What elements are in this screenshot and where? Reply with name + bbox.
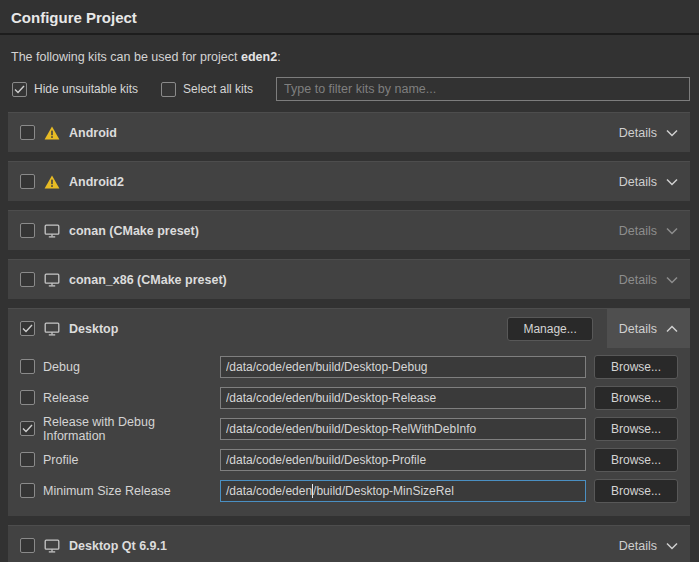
- details-button-desktop[interactable]: Details: [607, 309, 690, 348]
- desktop-icon: [44, 224, 60, 238]
- chevron-down-icon: [666, 542, 678, 550]
- kit-row-conan: conan (CMake preset) Details: [8, 210, 690, 250]
- build-dir-input-relwithdebinfo[interactable]: [220, 418, 586, 440]
- checkbox-unchecked-icon: [20, 452, 35, 467]
- build-dir-input-minsizerel-focused[interactable]: /data/code/eden/build/Desktop-MinSizeRel: [220, 480, 586, 502]
- kit-checkbox-conan-x86[interactable]: [20, 272, 35, 287]
- details-label: Details: [619, 539, 657, 553]
- kit-name: Android2: [69, 175, 124, 189]
- kit-row-android: Android Details: [8, 112, 690, 152]
- kit-row-conan-x86: conan_x86 (CMake preset) Details: [8, 259, 690, 299]
- kit-checkbox-android[interactable]: [20, 125, 35, 140]
- browse-button-release[interactable]: Browse...: [594, 386, 678, 410]
- manage-kits-button[interactable]: Manage...: [507, 317, 592, 341]
- kit-row-android2: Android2 Details: [8, 161, 690, 201]
- config-checkbox-profile[interactable]: Profile: [20, 452, 220, 467]
- path-text-after-caret: /build/Desktop-MinSizeRel: [313, 484, 454, 498]
- checkbox-unchecked-icon: [20, 390, 35, 405]
- hide-unsuitable-kits-checkbox[interactable]: Hide unsuitable kits: [12, 82, 138, 97]
- kit-header-conan: conan (CMake preset) Details: [8, 211, 690, 250]
- checkbox-unchecked-icon: [20, 359, 35, 374]
- kit-name: Desktop Qt 6.9.1: [69, 539, 167, 553]
- kit-header-android2: Android2 Details: [8, 162, 690, 201]
- warning-icon: [44, 126, 60, 140]
- checkbox-checked-icon: [20, 421, 35, 436]
- details-label: Details: [619, 126, 657, 140]
- kit-name: Android: [69, 126, 117, 140]
- checkbox-unchecked-icon: [20, 483, 35, 498]
- chevron-up-icon: [666, 325, 678, 333]
- build-dir-input-debug[interactable]: [220, 356, 586, 378]
- config-checkbox-release[interactable]: Release: [20, 390, 220, 405]
- browse-button-debug[interactable]: Browse...: [594, 355, 678, 379]
- kit-row-desktop: Desktop Manage... Details Debug Browse..…: [8, 308, 690, 516]
- kit-filter-input[interactable]: [276, 77, 690, 101]
- config-label-text: Release with Debug Information: [43, 415, 220, 443]
- kit-name: conan (CMake preset): [69, 224, 199, 238]
- checkbox-checked-icon: [12, 82, 27, 97]
- config-checkbox-relwithdebinfo[interactable]: Release with Debug Information: [20, 415, 220, 443]
- kit-name: conan_x86 (CMake preset): [69, 273, 227, 287]
- hide-unsuitable-kits-label: Hide unsuitable kits: [34, 82, 138, 96]
- page-title: Configure Project: [0, 0, 699, 33]
- warning-icon: [44, 175, 60, 189]
- kit-header-conan-x86: conan_x86 (CMake preset) Details: [8, 260, 690, 299]
- details-button-android2[interactable]: Details: [619, 162, 678, 201]
- browse-button-profile[interactable]: Browse...: [594, 448, 678, 472]
- chevron-down-icon: [666, 276, 678, 284]
- chevron-down-icon: [666, 129, 678, 137]
- kit-row-desktop-qt: Desktop Qt 6.9.1 Details: [8, 525, 690, 562]
- config-label-text: Minimum Size Release: [43, 484, 171, 498]
- details-button-desktop-qt[interactable]: Details: [619, 526, 678, 562]
- config-label-text: Release: [43, 391, 89, 405]
- select-all-kits-checkbox[interactable]: Select all kits: [161, 82, 253, 97]
- desktop-icon: [44, 322, 60, 336]
- desktop-build-configs: Debug Browse... Release Browse... Releas…: [8, 348, 690, 516]
- chevron-down-icon: [666, 178, 678, 186]
- kit-header-android: Android Details: [8, 113, 690, 152]
- config-row-release: Release Browse...: [20, 382, 678, 413]
- kit-list: Android Details Android2 Details: [8, 112, 690, 562]
- project-name: eden2: [241, 50, 277, 64]
- kit-checkbox-desktop[interactable]: [20, 321, 35, 336]
- kit-checkbox-conan[interactable]: [20, 223, 35, 238]
- details-button-conan-x86: Details: [619, 260, 678, 299]
- title-separator: [0, 33, 699, 35]
- browse-button-relwithdebinfo[interactable]: Browse...: [594, 417, 678, 441]
- select-all-kits-label: Select all kits: [183, 82, 253, 96]
- config-checkbox-debug[interactable]: Debug: [20, 359, 220, 374]
- chevron-down-icon: [666, 227, 678, 235]
- kit-filter-controls: Hide unsuitable kits Select all kits: [12, 77, 690, 101]
- details-label: Details: [619, 322, 657, 336]
- config-row-debug: Debug Browse...: [20, 351, 678, 382]
- build-dir-input-profile[interactable]: [220, 449, 586, 471]
- config-row-relwithdebinfo: Release with Debug Information Browse...: [20, 413, 678, 444]
- kit-header-desktop: Desktop Manage... Details: [8, 309, 690, 348]
- config-label-text: Debug: [43, 360, 80, 374]
- config-row-profile: Profile Browse...: [20, 444, 678, 475]
- details-label: Details: [619, 175, 657, 189]
- kit-checkbox-desktop-qt[interactable]: [20, 538, 35, 553]
- kit-checkbox-android2[interactable]: [20, 174, 35, 189]
- details-button-conan: Details: [619, 211, 678, 250]
- config-label-text: Profile: [43, 453, 78, 467]
- desktop-icon: [44, 273, 60, 287]
- browse-button-minsizerel[interactable]: Browse...: [594, 479, 678, 503]
- details-label: Details: [619, 224, 657, 238]
- details-label: Details: [619, 273, 657, 287]
- kit-header-desktop-qt: Desktop Qt 6.9.1 Details: [8, 526, 690, 562]
- build-dir-input-release[interactable]: [220, 387, 586, 409]
- config-row-minsizerel: Minimum Size Release /data/code/eden/bui…: [20, 475, 678, 506]
- config-checkbox-minsizerel[interactable]: Minimum Size Release: [20, 483, 220, 498]
- intro-text-after: :: [277, 50, 280, 64]
- details-button-android[interactable]: Details: [619, 113, 678, 152]
- desktop-icon: [44, 539, 60, 553]
- path-text-before-caret: /data/code/eden: [226, 484, 312, 498]
- intro-text-before: The following kits can be used for proje…: [11, 50, 241, 64]
- intro-text: The following kits can be used for proje…: [11, 50, 688, 64]
- kit-name: Desktop: [69, 322, 118, 336]
- checkbox-unchecked-icon: [161, 82, 176, 97]
